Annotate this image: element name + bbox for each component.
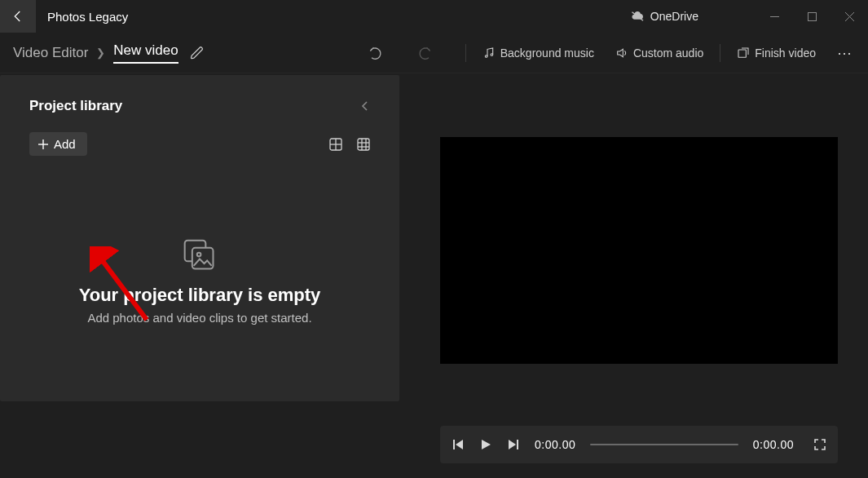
add-label: Add <box>54 137 76 151</box>
grid-small-view-button[interactable] <box>357 138 370 151</box>
collapse-library-button[interactable] <box>360 100 370 112</box>
redo-button[interactable] <box>416 45 433 61</box>
play-button[interactable] <box>479 438 492 451</box>
chevron-left-icon <box>360 100 370 112</box>
video-preview <box>440 137 838 364</box>
pencil-icon <box>190 46 205 60</box>
cloud-off-icon <box>631 11 645 22</box>
onedrive-status[interactable]: OneDrive <box>631 10 698 23</box>
grid-large-view-button[interactable] <box>329 138 342 151</box>
ellipsis-icon: ⋯ <box>837 45 852 61</box>
previous-frame-button[interactable] <box>452 438 465 451</box>
fullscreen-icon <box>813 438 826 451</box>
undo-icon <box>368 45 384 61</box>
svg-marker-24 <box>456 440 463 449</box>
separator <box>720 44 720 62</box>
app-title: Photos Legacy <box>47 10 128 24</box>
project-library-title: Project library <box>29 98 122 114</box>
project-library-panel: Project library Add <box>0 75 399 401</box>
seek-slider[interactable] <box>590 444 738 445</box>
undo-button[interactable] <box>368 45 384 61</box>
background-music-label: Background music <box>500 46 594 60</box>
add-button[interactable]: Add <box>29 132 87 156</box>
empty-state-title: Your project library is empty <box>29 285 370 306</box>
svg-rect-26 <box>517 440 518 449</box>
playback-controls: 0:00.00 0:00.00 <box>440 426 838 463</box>
music-icon <box>482 46 496 60</box>
finish-video-button[interactable]: Finish video <box>732 43 821 63</box>
fullscreen-button[interactable] <box>813 438 826 451</box>
custom-audio-button[interactable]: Custom audio <box>610 43 708 63</box>
step-forward-icon <box>507 438 520 451</box>
redo-icon <box>416 45 433 61</box>
export-icon <box>737 46 750 60</box>
svg-marker-25 <box>482 440 491 449</box>
svg-rect-13 <box>358 139 369 150</box>
time-current: 0:00.00 <box>535 438 575 451</box>
svg-rect-23 <box>453 440 455 449</box>
minimize-button[interactable] <box>756 0 793 33</box>
next-frame-button[interactable] <box>507 438 520 451</box>
play-icon <box>479 438 492 451</box>
separator <box>465 44 466 62</box>
maximize-button[interactable] <box>793 0 831 33</box>
svg-rect-2 <box>808 12 816 20</box>
close-button[interactable] <box>831 0 868 33</box>
plus-icon <box>37 139 49 150</box>
empty-state-subtitle: Add photos and video clips to get starte… <box>29 311 370 325</box>
speaker-icon <box>615 46 628 60</box>
finish-video-label: Finish video <box>755 46 816 60</box>
svg-rect-19 <box>192 248 214 269</box>
breadcrumb-video-editor[interactable]: Video Editor <box>13 45 88 61</box>
step-back-icon <box>452 438 465 451</box>
custom-audio-label: Custom audio <box>633 46 703 60</box>
time-total: 0:00.00 <box>753 438 794 451</box>
grid-3x3-icon <box>357 138 370 151</box>
background-music-button[interactable]: Background music <box>478 43 599 63</box>
chevron-right-icon: ❯ <box>96 46 105 59</box>
empty-library-icon <box>29 237 370 273</box>
svg-point-6 <box>491 53 493 55</box>
svg-point-5 <box>485 55 487 57</box>
svg-marker-27 <box>509 440 516 449</box>
svg-rect-7 <box>738 50 746 57</box>
onedrive-label: OneDrive <box>650 10 698 23</box>
more-button[interactable]: ⋯ <box>832 44 857 62</box>
grid-2x2-icon <box>329 138 342 151</box>
breadcrumb-current: New video <box>113 42 178 64</box>
rename-button[interactable] <box>190 46 205 60</box>
back-button[interactable] <box>0 0 36 33</box>
breadcrumb: Video Editor ❯ New video <box>13 42 178 64</box>
